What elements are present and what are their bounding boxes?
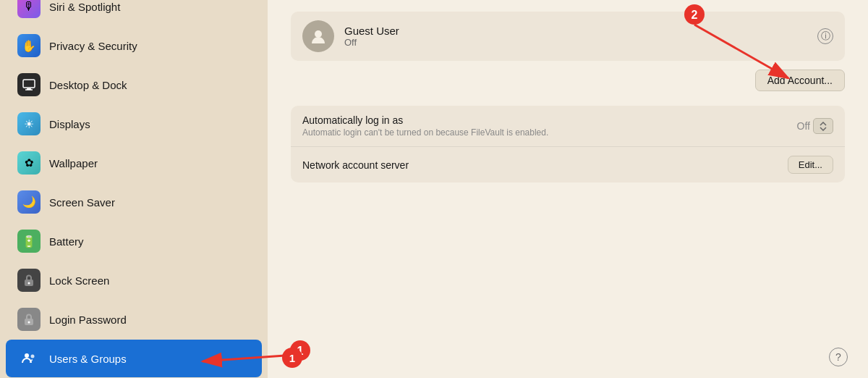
network-account-label: Network account server [302, 159, 788, 171]
sidebar-item-label: Screen Saver [49, 196, 115, 209]
svg-point-8 [31, 355, 35, 358]
sidebar-item-displays[interactable]: ☀ Displays [6, 105, 262, 143]
user-info: Guest User Off [344, 25, 817, 48]
sidebar-item-label: Battery [49, 235, 84, 248]
auto-login-sublabel: Automatic login can't be turned on becau… [302, 127, 797, 138]
siri-icon: 🎙 [17, 0, 41, 18]
svg-point-4 [28, 282, 30, 285]
guest-user-info-button[interactable]: ⓘ [817, 28, 833, 44]
lockscreen-icon [17, 269, 41, 292]
sidebar-item-label: Lock Screen [49, 274, 109, 287]
battery-icon: 🔋 [17, 230, 41, 253]
user-name: Guest User [344, 25, 817, 37]
sidebar-item-privacy[interactable]: ✋ Privacy & Security [6, 27, 262, 64]
network-account-row: Network account server Edit... [291, 147, 845, 182]
svg-point-9 [315, 30, 322, 38]
main-content: Guest User Off ⓘ Add Account... Automati… [268, 0, 868, 378]
sidebar-item-label: Desktop & Dock [49, 79, 127, 91]
edit-button[interactable]: Edit... [788, 156, 833, 174]
auto-login-row: Automatically log in as Automatic login … [291, 106, 845, 147]
sidebar-item-usersgroups[interactable]: Users & Groups [6, 340, 262, 377]
sidebar: 🎙 Siri & Spotlight ✋ Privacy & Security … [0, 0, 268, 378]
settings-section: Automatically log in as Automatic login … [291, 106, 845, 182]
displays-icon: ☀ [17, 112, 41, 135]
screensaver-icon: 🌙 [17, 190, 41, 214]
wallpaper-icon: ✿ [17, 151, 41, 175]
add-account-button[interactable]: Add Account... [755, 70, 845, 91]
help-button[interactable]: ? [829, 348, 848, 366]
svg-point-6 [28, 322, 30, 324]
sidebar-item-screensaver[interactable]: 🌙 Screen Saver [6, 183, 262, 221]
auto-login-label: Automatically log in as [302, 114, 797, 126]
sidebar-item-label: Users & Groups [49, 353, 127, 365]
privacy-icon: ✋ [17, 34, 41, 57]
auto-login-stepper[interactable] [813, 118, 833, 134]
sidebar-item-loginpassword[interactable]: Login Password [6, 301, 262, 338]
user-status: Off [344, 37, 817, 48]
svg-rect-0 [23, 80, 35, 88]
sidebar-item-label: Wallpaper [49, 157, 98, 169]
add-account-row: Add Account... [291, 70, 845, 91]
sidebar-item-label: Siri & Spotlight [49, 1, 120, 13]
desktop-icon [17, 73, 41, 96]
usersgroups-icon [17, 347, 41, 370]
sidebar-item-battery[interactable]: 🔋 Battery [6, 222, 262, 260]
loginpassword-icon [17, 308, 41, 331]
guest-user-row: Guest User Off ⓘ [291, 12, 845, 61]
svg-point-7 [25, 353, 29, 358]
auto-login-value: Off [797, 120, 810, 132]
sidebar-item-wallpaper[interactable]: ✿ Wallpaper [6, 144, 262, 182]
sidebar-item-desktop[interactable]: Desktop & Dock [6, 66, 262, 104]
auto-login-info: Automatically log in as Automatic login … [302, 114, 797, 138]
sidebar-item-label: Privacy & Security [49, 40, 137, 52]
avatar [302, 20, 334, 52]
sidebar-item-lockscreen[interactable]: Lock Screen [6, 261, 262, 299]
sidebar-item-label: Login Password [49, 314, 127, 326]
sidebar-item-label: Displays [49, 118, 90, 130]
sidebar-item-siri[interactable]: 🎙 Siri & Spotlight [6, 0, 262, 25]
